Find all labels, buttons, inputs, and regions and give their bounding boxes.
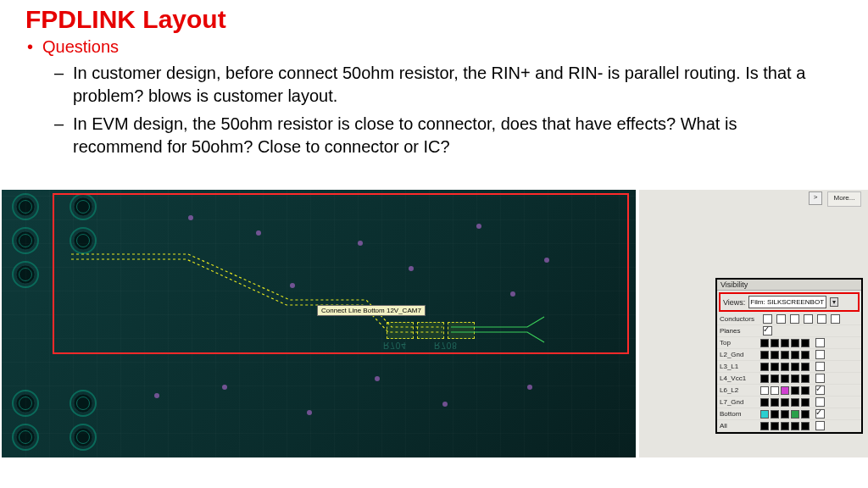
layer-checkbox[interactable] xyxy=(815,362,825,371)
page-title: FPDLINK Layout xyxy=(25,5,868,34)
visibility-panel: Visibility Views: ▾ Conductors Planes xyxy=(715,278,863,434)
layer-name: Bottom xyxy=(720,410,757,418)
layer-row[interactable]: L2_Gnd xyxy=(717,349,861,361)
layer-row[interactable]: Bottom xyxy=(717,408,861,420)
layer-name: L7_Gnd xyxy=(720,398,757,406)
layer-name: L3_L1 xyxy=(720,363,757,370)
via-icon xyxy=(70,424,97,451)
layer-name: All xyxy=(720,422,757,430)
via-icon xyxy=(12,424,39,451)
pcb-layout-view: R704 R708 Connect Line Bottom 12V_CAM7 xyxy=(2,190,636,458)
highlight-area xyxy=(53,193,629,354)
conductors-label: Conductors xyxy=(720,315,757,323)
figure-row: R704 R708 Connect Line Bottom 12V_CAM7 >… xyxy=(0,190,868,488)
questions-heading: Questions xyxy=(42,37,868,57)
via-icon xyxy=(12,261,39,288)
views-select[interactable] xyxy=(748,296,826,308)
layer-checkbox[interactable] xyxy=(815,409,825,419)
chevron-down-icon[interactable]: ▾ xyxy=(830,297,838,307)
checkbox[interactable] xyxy=(776,314,786,324)
views-row: Views: ▾ xyxy=(719,292,860,312)
net-tooltip: Connect Line Bottom 12V_CAM7 xyxy=(317,305,426,316)
more-button[interactable]: More... xyxy=(827,191,861,207)
layer-checkbox[interactable] xyxy=(815,350,825,359)
layer-row[interactable]: L7_Gnd xyxy=(717,396,861,408)
question-1: In customer design, before connect 50ohm… xyxy=(73,62,819,108)
visibility-title: Visibility xyxy=(717,280,861,291)
layer-checkbox[interactable] xyxy=(815,385,825,395)
layer-row[interactable]: L6_L2 xyxy=(717,385,861,396)
layer-row[interactable]: L3_L1 xyxy=(717,361,861,373)
via-icon xyxy=(12,390,39,417)
layer-checkbox[interactable] xyxy=(815,397,825,407)
via-icon xyxy=(12,227,39,254)
layer-name: L2_Gnd xyxy=(720,351,757,358)
layer-name: L6_L2 xyxy=(720,386,757,394)
layer-checkbox[interactable] xyxy=(815,338,825,347)
checkbox[interactable] xyxy=(790,314,799,324)
layer-checkbox[interactable] xyxy=(815,374,825,383)
layer-name: L4_Vcc1 xyxy=(720,374,757,382)
checkbox[interactable] xyxy=(831,314,840,324)
checkbox[interactable] xyxy=(817,314,826,324)
checkbox[interactable] xyxy=(763,314,772,324)
planes-checkbox[interactable] xyxy=(763,326,772,336)
views-label: Views: xyxy=(723,298,745,307)
layer-row[interactable]: All xyxy=(717,420,861,432)
question-2: In EVM design, the 50ohm resistor is clo… xyxy=(73,113,819,158)
layer-row[interactable]: Top xyxy=(717,337,861,349)
checkbox[interactable] xyxy=(804,314,813,324)
properties-panel: > More... Visibility Views: ▾ Conductors xyxy=(639,190,868,458)
collapse-left-icon[interactable]: > xyxy=(809,191,822,205)
layer-row[interactable]: L4_Vcc1 xyxy=(717,373,861,385)
planes-label: Planes xyxy=(720,327,757,335)
via-icon xyxy=(12,193,39,220)
via-icon xyxy=(70,390,97,417)
layer-checkbox[interactable] xyxy=(815,421,825,430)
layer-name: Top xyxy=(720,339,757,347)
